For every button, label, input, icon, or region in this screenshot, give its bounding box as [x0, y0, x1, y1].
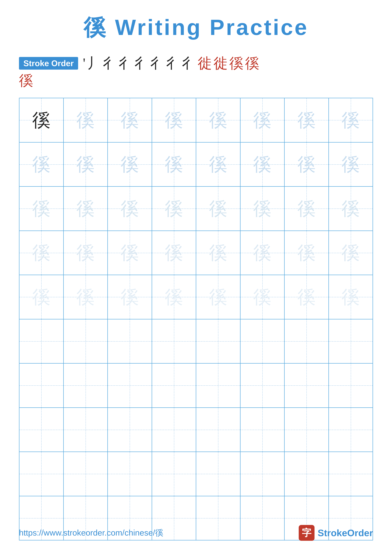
grid-cell[interactable]: 徯 — [329, 143, 373, 187]
stroke-sequence: ' 丿 彳 彳 彳 彳 彳 彳 徙 徙 徯 徯 — [83, 55, 259, 71]
practice-char: 徯 — [165, 199, 183, 218]
grid-cell[interactable] — [329, 408, 373, 452]
grid-cell[interactable] — [196, 408, 241, 452]
grid-cell[interactable] — [196, 319, 241, 364]
grid-cell[interactable] — [64, 408, 108, 452]
grid-cell[interactable]: 徯 — [241, 187, 285, 231]
grid-cell[interactable]: 徯 — [329, 275, 373, 319]
grid-cell[interactable]: 徯 — [196, 187, 241, 231]
grid-cell[interactable]: 徯 — [64, 275, 108, 319]
grid-cell[interactable]: 徯 — [64, 143, 108, 187]
grid-cell[interactable]: 徯 — [64, 231, 108, 275]
grid-cell[interactable]: 徯 — [196, 143, 241, 187]
grid-row-3: 徯 徯 徯 徯 徯 徯 徯 徯 — [20, 187, 373, 231]
grid-cell[interactable] — [285, 452, 329, 496]
grid-cell[interactable]: 徯 — [20, 231, 64, 275]
grid-cell[interactable]: 徯 — [64, 187, 108, 231]
grid-cell[interactable] — [108, 319, 152, 364]
grid-row-9 — [20, 452, 373, 496]
grid-cell[interactable]: 徯 — [20, 98, 64, 143]
grid-cell[interactable] — [196, 364, 241, 408]
grid-cell[interactable]: 徯 — [108, 143, 152, 187]
grid-cell[interactable] — [152, 452, 196, 496]
practice-char: 徯 — [121, 244, 139, 262]
grid-cell[interactable]: 徯 — [152, 275, 196, 319]
grid-cell[interactable]: 徯 — [241, 143, 285, 187]
grid-cell[interactable] — [64, 319, 108, 364]
grid-cell[interactable]: 徯 — [329, 231, 373, 275]
grid-cell[interactable]: 徯 — [241, 275, 285, 319]
grid-cell[interactable]: 徯 — [285, 143, 329, 187]
stroke-8: 彳 — [182, 55, 196, 71]
grid-cell[interactable] — [20, 364, 64, 408]
practice-char: 徯 — [32, 111, 50, 129]
footer-brand: 字 StrokeOrder — [299, 525, 373, 541]
practice-char: 徯 — [253, 111, 271, 129]
grid-cell[interactable]: 徯 — [108, 98, 152, 143]
grid-cell[interactable]: 徯 — [20, 275, 64, 319]
practice-char: 徯 — [32, 288, 50, 306]
practice-char: 徯 — [209, 111, 227, 129]
practice-char: 徯 — [297, 155, 316, 173]
grid-row-6 — [20, 319, 373, 364]
grid-cell[interactable] — [108, 364, 152, 408]
grid-cell[interactable] — [329, 364, 373, 408]
grid-cell[interactable]: 徯 — [108, 275, 152, 319]
grid-cell[interactable] — [285, 319, 329, 364]
stroke-9: 徙 — [198, 55, 212, 71]
grid-cell[interactable]: 徯 — [108, 231, 152, 275]
practice-char: 徯 — [297, 199, 316, 218]
grid-cell[interactable] — [64, 364, 108, 408]
grid-cell[interactable]: 徯 — [285, 275, 329, 319]
grid-cell[interactable] — [64, 452, 108, 496]
grid-cell[interactable] — [241, 452, 285, 496]
grid-cell[interactable]: 徯 — [108, 187, 152, 231]
stroke-10: 徙 — [214, 55, 228, 71]
grid-cell[interactable] — [241, 364, 285, 408]
grid-cell[interactable]: 徯 — [20, 143, 64, 187]
grid-cell[interactable]: 徯 — [152, 143, 196, 187]
grid-cell[interactable] — [20, 319, 64, 364]
stroke-order-badge: Stroke Order — [19, 57, 78, 70]
footer-url[interactable]: https://www.strokeorder.com/chinese/徯 — [19, 527, 163, 538]
grid-cell[interactable] — [108, 452, 152, 496]
grid-cell[interactable]: 徯 — [241, 231, 285, 275]
grid-cell[interactable]: 徯 — [285, 187, 329, 231]
grid-cell[interactable]: 徯 — [196, 231, 241, 275]
grid-cell[interactable]: 徯 — [64, 98, 108, 143]
stroke-order-section: Stroke Order ' 丿 彳 彳 彳 彳 彳 彳 徙 徙 徯 徯 徯 — [19, 55, 373, 88]
stroke-11: 徯 — [229, 55, 243, 71]
stroke-3: 彳 — [103, 55, 117, 71]
grid-cell[interactable]: 徯 — [196, 98, 241, 143]
grid-cell[interactable] — [241, 319, 285, 364]
grid-cell[interactable] — [20, 408, 64, 452]
grid-cell[interactable] — [152, 319, 196, 364]
practice-char: 徯 — [342, 244, 360, 262]
footer-brand-name: StrokeOrder — [318, 527, 373, 538]
grid-cell[interactable] — [285, 364, 329, 408]
practice-char: 徯 — [297, 111, 316, 129]
practice-char: 徯 — [121, 288, 139, 306]
grid-cell[interactable] — [285, 408, 329, 452]
grid-cell[interactable]: 徯 — [152, 98, 196, 143]
page: 徯 Writing Practice Stroke Order ' 丿 彳 彳 … — [0, 0, 392, 555]
grid-cell[interactable]: 徯 — [241, 98, 285, 143]
grid-cell[interactable] — [196, 452, 241, 496]
grid-cell[interactable]: 徯 — [196, 275, 241, 319]
grid-cell[interactable] — [152, 408, 196, 452]
grid-cell[interactable]: 徯 — [20, 187, 64, 231]
grid-cell[interactable] — [108, 408, 152, 452]
stroke-6: 彳 — [150, 55, 164, 71]
grid-cell[interactable] — [152, 364, 196, 408]
grid-cell[interactable] — [329, 319, 373, 364]
grid-cell[interactable] — [329, 452, 373, 496]
grid-cell[interactable]: 徯 — [152, 187, 196, 231]
practice-char: 徯 — [32, 244, 50, 262]
grid-cell[interactable]: 徯 — [329, 187, 373, 231]
grid-cell[interactable] — [241, 408, 285, 452]
grid-cell[interactable]: 徯 — [285, 98, 329, 143]
grid-cell[interactable] — [20, 452, 64, 496]
grid-cell[interactable]: 徯 — [329, 98, 373, 143]
grid-cell[interactable]: 徯 — [152, 231, 196, 275]
grid-cell[interactable]: 徯 — [285, 231, 329, 275]
